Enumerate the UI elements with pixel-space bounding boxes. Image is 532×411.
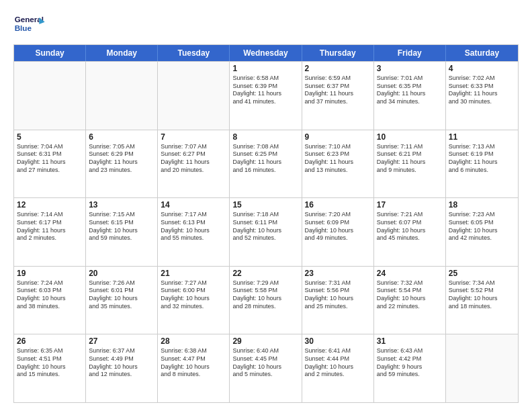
calendar-cell: 2Sunrise: 6:59 AM Sunset: 6:37 PM Daylig… [302, 62, 374, 130]
day-number: 12 [17, 200, 83, 210]
calendar-cell: 10Sunrise: 7:11 AM Sunset: 6:21 PM Dayli… [374, 130, 446, 198]
calendar-cell: 22Sunrise: 7:29 AM Sunset: 5:58 PM Dayli… [230, 267, 302, 334]
cell-info: Sunrise: 7:31 AM Sunset: 5:56 PM Dayligh… [305, 279, 371, 311]
cell-info: Sunrise: 7:14 AM Sunset: 6:17 PM Dayligh… [17, 211, 83, 242]
cell-info: Sunrise: 6:38 AM Sunset: 4:47 PM Dayligh… [161, 347, 226, 379]
day-number: 17 [377, 200, 443, 210]
calendar-cell: 12Sunrise: 7:14 AM Sunset: 6:17 PM Dayli… [14, 198, 86, 266]
day-number: 10 [377, 132, 443, 142]
calendar-cell: 18Sunrise: 7:23 AM Sunset: 6:05 PM Dayli… [446, 198, 518, 266]
calendar-cell: 17Sunrise: 7:21 AM Sunset: 6:07 PM Dayli… [374, 198, 446, 266]
day-number: 29 [232, 336, 298, 346]
calendar-cell: 21Sunrise: 7:27 AM Sunset: 6:00 PM Dayli… [158, 267, 230, 334]
day-number: 23 [305, 269, 371, 278]
cell-info: Sunrise: 6:43 AM Sunset: 4:42 PM Dayligh… [377, 347, 443, 379]
day-number: 18 [449, 200, 515, 210]
cell-info: Sunrise: 6:59 AM Sunset: 6:37 PM Dayligh… [305, 75, 371, 106]
day-number: 9 [305, 132, 371, 142]
cell-info: Sunrise: 7:27 AM Sunset: 6:00 PM Dayligh… [161, 279, 226, 311]
header-day-saturday: Saturday [446, 45, 518, 61]
cell-info: Sunrise: 6:40 AM Sunset: 4:45 PM Dayligh… [232, 347, 298, 379]
day-number: 5 [17, 132, 83, 142]
calendar-cell: 5Sunrise: 7:04 AM Sunset: 6:31 PM Daylig… [14, 130, 86, 198]
day-number: 25 [449, 269, 515, 278]
cell-info: Sunrise: 7:23 AM Sunset: 6:05 PM Dayligh… [449, 211, 515, 242]
calendar-cell: 3Sunrise: 7:01 AM Sunset: 6:35 PM Daylig… [374, 62, 446, 130]
calendar-cell [446, 334, 518, 402]
day-number: 19 [17, 269, 83, 278]
header: GeneralBlue [13, 11, 519, 38]
calendar-cell [86, 62, 158, 130]
day-number: 3 [377, 64, 443, 73]
calendar-cell: 20Sunrise: 7:26 AM Sunset: 6:01 PM Dayli… [86, 267, 158, 334]
day-number: 1 [232, 64, 298, 73]
calendar-row-1: 5Sunrise: 7:04 AM Sunset: 6:31 PM Daylig… [14, 130, 518, 198]
calendar-cell: 6Sunrise: 7:05 AM Sunset: 6:29 PM Daylig… [86, 130, 158, 198]
day-number: 31 [377, 336, 443, 346]
calendar-body: 1Sunrise: 6:58 AM Sunset: 6:39 PM Daylig… [14, 61, 518, 402]
calendar-row-4: 26Sunrise: 6:35 AM Sunset: 4:51 PM Dayli… [14, 334, 518, 402]
cell-info: Sunrise: 7:24 AM Sunset: 6:03 PM Dayligh… [17, 279, 83, 311]
calendar-cell: 8Sunrise: 7:08 AM Sunset: 6:25 PM Daylig… [230, 130, 302, 198]
header-day-wednesday: Wednesday [230, 45, 302, 61]
cell-info: Sunrise: 7:11 AM Sunset: 6:21 PM Dayligh… [377, 143, 443, 175]
calendar-cell: 27Sunrise: 6:37 AM Sunset: 4:49 PM Dayli… [86, 334, 158, 402]
calendar-row-0: 1Sunrise: 6:58 AM Sunset: 6:39 PM Daylig… [14, 61, 518, 130]
calendar-cell [158, 62, 230, 130]
day-number: 16 [305, 200, 371, 210]
header-day-sunday: Sunday [14, 45, 86, 61]
calendar-cell: 30Sunrise: 6:41 AM Sunset: 4:44 PM Dayli… [302, 334, 374, 402]
day-number: 2 [305, 64, 371, 73]
calendar-cell: 16Sunrise: 7:20 AM Sunset: 6:09 PM Dayli… [302, 198, 374, 266]
cell-info: Sunrise: 7:21 AM Sunset: 6:07 PM Dayligh… [377, 211, 443, 242]
day-number: 27 [89, 336, 154, 346]
calendar-cell: 9Sunrise: 7:10 AM Sunset: 6:23 PM Daylig… [302, 130, 374, 198]
cell-info: Sunrise: 7:18 AM Sunset: 6:11 PM Dayligh… [232, 211, 298, 242]
page: GeneralBlue SundayMondayTuesdayWednesday… [0, 0, 532, 411]
day-number: 8 [232, 132, 298, 142]
cell-info: Sunrise: 7:02 AM Sunset: 6:33 PM Dayligh… [449, 75, 515, 106]
day-number: 15 [232, 200, 298, 210]
day-number: 20 [89, 269, 154, 278]
cell-info: Sunrise: 7:29 AM Sunset: 5:58 PM Dayligh… [232, 279, 298, 311]
day-number: 14 [161, 200, 226, 210]
header-day-thursday: Thursday [302, 45, 374, 61]
calendar-cell: 29Sunrise: 6:40 AM Sunset: 4:45 PM Dayli… [230, 334, 302, 402]
cell-info: Sunrise: 7:13 AM Sunset: 6:19 PM Dayligh… [449, 143, 515, 175]
cell-info: Sunrise: 6:37 AM Sunset: 4:49 PM Dayligh… [89, 347, 154, 379]
calendar-cell: 23Sunrise: 7:31 AM Sunset: 5:56 PM Dayli… [302, 267, 374, 334]
header-day-tuesday: Tuesday [158, 45, 230, 61]
day-number: 26 [17, 336, 83, 346]
day-number: 22 [232, 269, 298, 278]
logo-svg: GeneralBlue [13, 11, 47, 38]
cell-info: Sunrise: 7:20 AM Sunset: 6:09 PM Dayligh… [305, 211, 371, 242]
day-number: 28 [161, 336, 226, 346]
svg-text:Blue: Blue [15, 24, 32, 32]
cell-info: Sunrise: 6:58 AM Sunset: 6:39 PM Dayligh… [232, 75, 298, 106]
day-number: 13 [89, 200, 154, 210]
calendar-cell: 25Sunrise: 7:34 AM Sunset: 5:52 PM Dayli… [446, 267, 518, 334]
calendar-cell [14, 62, 86, 130]
calendar-cell: 14Sunrise: 7:17 AM Sunset: 6:13 PM Dayli… [158, 198, 230, 266]
calendar-header: SundayMondayTuesdayWednesdayThursdayFrid… [14, 45, 518, 61]
calendar-cell: 11Sunrise: 7:13 AM Sunset: 6:19 PM Dayli… [446, 130, 518, 198]
cell-info: Sunrise: 7:04 AM Sunset: 6:31 PM Dayligh… [17, 143, 83, 175]
calendar-cell: 19Sunrise: 7:24 AM Sunset: 6:03 PM Dayli… [14, 267, 86, 334]
calendar-cell: 26Sunrise: 6:35 AM Sunset: 4:51 PM Dayli… [14, 334, 86, 402]
calendar: SundayMondayTuesdayWednesdayThursdayFrid… [13, 44, 519, 403]
day-number: 11 [449, 132, 515, 142]
day-number: 4 [449, 64, 515, 73]
cell-info: Sunrise: 7:26 AM Sunset: 6:01 PM Dayligh… [89, 279, 154, 311]
calendar-cell: 31Sunrise: 6:43 AM Sunset: 4:42 PM Dayli… [374, 334, 446, 402]
cell-info: Sunrise: 7:01 AM Sunset: 6:35 PM Dayligh… [377, 75, 443, 106]
calendar-cell: 1Sunrise: 6:58 AM Sunset: 6:39 PM Daylig… [230, 62, 302, 130]
cell-info: Sunrise: 6:41 AM Sunset: 4:44 PM Dayligh… [305, 347, 371, 379]
calendar-cell: 24Sunrise: 7:32 AM Sunset: 5:54 PM Dayli… [374, 267, 446, 334]
calendar-cell: 7Sunrise: 7:07 AM Sunset: 6:27 PM Daylig… [158, 130, 230, 198]
logo: GeneralBlue [13, 11, 47, 38]
calendar-cell: 4Sunrise: 7:02 AM Sunset: 6:33 PM Daylig… [446, 62, 518, 130]
cell-info: Sunrise: 7:08 AM Sunset: 6:25 PM Dayligh… [232, 143, 298, 175]
cell-info: Sunrise: 7:05 AM Sunset: 6:29 PM Dayligh… [89, 143, 154, 175]
header-day-friday: Friday [374, 45, 446, 61]
calendar-row-3: 19Sunrise: 7:24 AM Sunset: 6:03 PM Dayli… [14, 266, 518, 334]
